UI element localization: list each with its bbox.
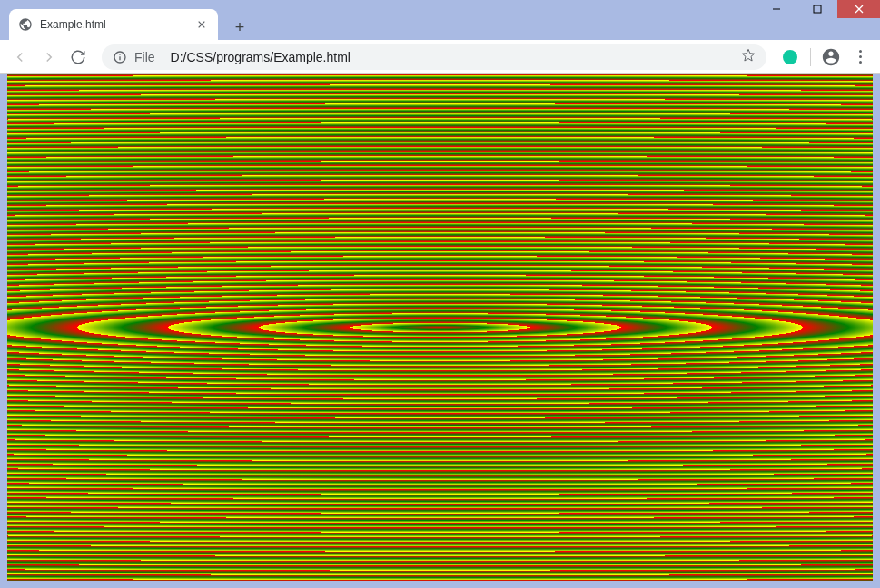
forward-button[interactable]	[36, 44, 62, 70]
bookmark-star-icon[interactable]	[741, 48, 756, 65]
url-divider	[163, 50, 163, 64]
close-button[interactable]	[837, 0, 880, 18]
window-titlebar	[0, 0, 880, 7]
page-content	[7, 74, 873, 581]
browser-tab[interactable]: Example.html	[9, 9, 218, 40]
back-button[interactable]	[7, 44, 33, 70]
info-icon[interactable]	[113, 50, 127, 64]
tab-strip: Example.html +	[0, 7, 880, 40]
maximize-button[interactable]	[796, 0, 837, 18]
new-tab-button[interactable]: +	[227, 15, 252, 40]
svg-rect-1	[814, 5, 821, 13]
reload-button[interactable]	[65, 44, 91, 70]
minimize-button[interactable]	[756, 0, 796, 18]
profile-button[interactable]	[818, 44, 844, 70]
window-controls	[756, 0, 880, 18]
svg-point-8	[119, 54, 121, 55]
toolbar-divider	[810, 48, 811, 66]
url-scheme-label: File	[134, 50, 155, 64]
globe-icon	[18, 17, 33, 32]
extension-icon[interactable]	[777, 44, 803, 70]
tab-title: Example.html	[40, 18, 187, 31]
browser-toolbar: File D:/CSS/programs/Example.html	[0, 40, 880, 74]
grammarly-icon	[783, 50, 797, 64]
menu-button[interactable]	[847, 44, 873, 70]
url-text: D:/CSS/programs/Example.html	[171, 50, 734, 64]
address-bar[interactable]: File D:/CSS/programs/Example.html	[102, 44, 766, 70]
close-tab-button[interactable]	[194, 17, 209, 32]
